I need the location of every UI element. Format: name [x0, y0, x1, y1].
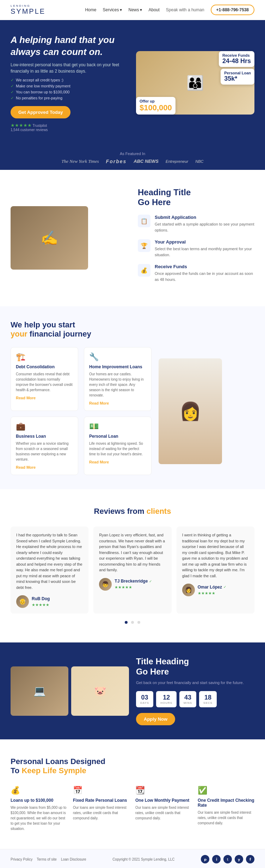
- fixed-icon: 📅: [73, 786, 130, 795]
- dot-active[interactable]: [125, 621, 128, 624]
- credit-desc: Our loans are simple fixed interest rate…: [198, 810, 254, 826]
- personal-icon: 💵: [89, 422, 146, 431]
- countdown-secs: 18 SECS: [199, 691, 217, 707]
- debt-desc: Consumer studies reveal that debt consol…: [16, 371, 73, 393]
- nav-phone-button[interactable]: +1-888-796-7538: [211, 5, 254, 15]
- journey-wrapper: 🏗️ Debt Consolidation Consumer studies r…: [11, 347, 254, 475]
- step-1-icon: 📋: [138, 215, 150, 227]
- hero-cta-button[interactable]: Get Approved Today: [11, 106, 70, 118]
- how-step-2: 🏆 Your Approval Select the best loan ter…: [138, 239, 254, 258]
- loans-title: Loans up to $100,000: [11, 798, 67, 803]
- countdown: 03 DAYS 12 HOURS 43 MINS 18 SECS: [136, 691, 254, 707]
- nav-home[interactable]: Home: [85, 7, 96, 12]
- debt-read-more[interactable]: Read More: [16, 396, 36, 400]
- dot-inactive-2[interactable]: [137, 621, 140, 624]
- step-2-title: Your Approval: [155, 239, 254, 245]
- cta-image-1: 💻: [11, 666, 68, 716]
- footer-terms[interactable]: Terms of site: [37, 857, 57, 861]
- nav-about[interactable]: About: [148, 7, 159, 12]
- monthly-title: One Low Monthly Payment: [135, 798, 192, 803]
- fixed-title: Fixed Rate Personal Loans: [73, 798, 130, 803]
- home-desc: Our homes are our castles. Homeowners lo…: [89, 371, 146, 398]
- review-card-2: Ryan Lopez is very efficient, fast, and …: [93, 527, 171, 614]
- pl-card-fixed: 📅 Fixed Rate Personal Loans Our loans ar…: [73, 786, 130, 831]
- featured-label: As Featured In: [11, 152, 254, 156]
- trustpilot-label: Trustpilot: [33, 124, 47, 128]
- monthly-icon: 📆: [135, 786, 192, 795]
- hero-badge-loan: Personal Loan 35k*: [221, 69, 254, 85]
- badge-value: 24-48 Hrs: [222, 57, 251, 65]
- review-avatar-1: 👴: [16, 595, 29, 608]
- pinterest-icon[interactable]: 𝗽: [201, 855, 209, 863]
- youtube-icon[interactable]: 𝘆: [235, 855, 243, 863]
- cta-apply-button[interactable]: Apply Now: [136, 713, 175, 725]
- secs-value: 18: [203, 694, 212, 701]
- debt-title: Debt Consolidation: [16, 364, 73, 369]
- hero-badge-funds: Receive Funds 24-48 Hrs: [219, 51, 254, 67]
- how-image: ✍️: [11, 206, 88, 270]
- pl-heading-emphasis: Keep Life Symple: [21, 766, 86, 775]
- how-image-area: ✍️: [11, 206, 127, 270]
- review-stars-2: ★★★★★: [115, 584, 152, 590]
- countdown-mins: 43 MINS: [179, 691, 196, 707]
- cta-heading: Title Heading Go Here: [136, 657, 254, 677]
- how-step-1: 📋 Submit Application Get started with a …: [138, 215, 254, 233]
- cta-images: 💻 🐷: [11, 666, 129, 716]
- reviews-section: Reviews from clients I had the opportuni…: [0, 489, 265, 642]
- secs-label: SECS: [203, 701, 212, 704]
- pl-card-credit: ✅ One Credit Impact Checking Rate Our lo…: [198, 786, 254, 831]
- personal-read-more[interactable]: Read More: [89, 460, 109, 464]
- checklist-item: No penalties for pre-paying: [11, 96, 129, 100]
- hero-heading: A helping hand that you always can count…: [11, 34, 129, 58]
- cta-section: 💻 🐷 Title Heading Go Here Get back on yo…: [0, 642, 265, 739]
- hero-subheading: Low-interest personal loans that get you…: [11, 62, 129, 74]
- fixed-desc: Our loans are simple fixed interest rate…: [73, 805, 130, 821]
- journey-heading-line1: We help you start: [11, 320, 75, 329]
- nav-services-dropdown[interactable]: Services ▾: [103, 7, 122, 12]
- instagram-icon[interactable]: 𝗶: [212, 855, 221, 863]
- business-icon: 💼: [16, 422, 73, 431]
- nav-speak[interactable]: Speak with a human: [166, 7, 204, 12]
- review-avatar-2: 👦: [99, 578, 112, 591]
- loans-desc: We provide loans from $5,000 up to $100,…: [11, 805, 67, 831]
- journey-section: We help you start your financial journey…: [0, 306, 265, 489]
- cta-content: Title Heading Go Here Get back on your f…: [136, 657, 254, 725]
- home-read-more[interactable]: Read More: [89, 401, 109, 405]
- cta-heading-line1: Title Heading: [136, 657, 189, 666]
- nav-links: Home Services ▾ News ▾ About Speak with …: [85, 5, 254, 15]
- journey-grid: 🏗️ Debt Consolidation Consumer studies r…: [11, 347, 152, 475]
- countdown-hours: 12 HOURS: [156, 691, 177, 707]
- business-read-more[interactable]: Read More: [16, 465, 36, 469]
- review-stars-3: ★★★★★: [198, 590, 226, 596]
- journey-heading-emphasis: your: [11, 330, 27, 338]
- stars-icon: ★★★★★: [11, 123, 32, 128]
- nav-news-dropdown[interactable]: News ▾: [128, 7, 142, 12]
- badge-title: Personal Loan: [224, 71, 251, 75]
- step-2-desc: Select the best loan terms and monthly p…: [155, 246, 254, 258]
- step-1-title: Submit Application: [155, 215, 254, 220]
- hours-label: HOURS: [160, 701, 172, 704]
- personal-title: Personal Loan: [89, 434, 146, 439]
- review-name-2: TJ Breckenridge: [115, 578, 148, 584]
- logo: LENDING SYMPLE: [11, 4, 45, 16]
- pl-card-loans: 💰 Loans up to $100,000 We provide loans …: [11, 786, 67, 831]
- hero-content: A helping hand that you always can count…: [11, 34, 129, 132]
- reviews-heading-emphasis: clients: [147, 507, 171, 516]
- days-label: DAYS: [140, 701, 149, 704]
- footer-loan-disclosure[interactable]: Loan Disclosure: [61, 857, 86, 861]
- dot-inactive-1[interactable]: [131, 621, 134, 624]
- footer-privacy[interactable]: Privacy Policy: [11, 857, 32, 861]
- entrepreneur-logo: Entrepreneur: [166, 159, 188, 164]
- reviews-pagination: [11, 619, 254, 625]
- loans-icon: 💰: [11, 786, 67, 795]
- personal-loans-section: Personal Loans Designed To Keep Life Sym…: [0, 739, 265, 849]
- credit-title: One Credit Impact Checking Rate: [198, 798, 254, 808]
- review-card-3: I went in thinking of getting a traditio…: [177, 527, 254, 614]
- facebook-icon[interactable]: 𝗳: [246, 855, 254, 863]
- nav-services[interactable]: Services: [103, 7, 119, 12]
- twitter-icon[interactable]: 𝗍: [223, 855, 232, 863]
- review-name-3: Omar López: [198, 584, 222, 590]
- review-author-1: 👴 RuB Dog ★★★★★: [16, 595, 83, 608]
- logo-title: SYMPLE: [11, 7, 45, 16]
- nav-news[interactable]: News: [128, 7, 139, 12]
